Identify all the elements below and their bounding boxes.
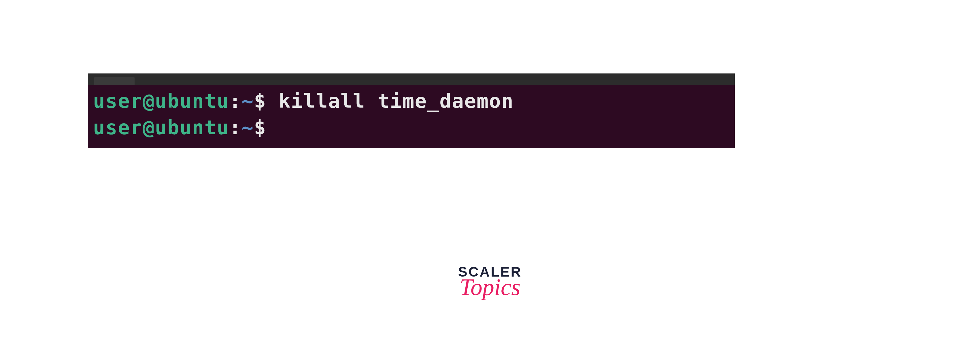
- terminal-line-2: user@ubuntu:~$: [93, 114, 730, 141]
- terminal-window: user@ubuntu:~$ killall time_daemon user@…: [88, 73, 735, 148]
- command-text: killall time_daemon: [278, 90, 514, 113]
- terminal-titlebar: [88, 73, 735, 85]
- logo-text-topics: Topics: [458, 276, 522, 298]
- scaler-topics-logo: SCALER Topics: [458, 265, 522, 298]
- prompt-path: ~: [242, 116, 254, 139]
- prompt-colon: :: [229, 90, 242, 113]
- prompt-dollar: $: [254, 90, 278, 113]
- prompt-colon: :: [229, 116, 242, 139]
- terminal-line-1: user@ubuntu:~$ killall time_daemon: [93, 88, 730, 114]
- terminal-body[interactable]: user@ubuntu:~$ killall time_daemon user@…: [88, 85, 735, 148]
- prompt-user: user@ubuntu: [93, 90, 229, 113]
- prompt-path: ~: [242, 90, 254, 113]
- prompt-dollar: $: [254, 116, 278, 139]
- titlebar-tab: [94, 77, 135, 85]
- prompt-user: user@ubuntu: [93, 116, 229, 139]
